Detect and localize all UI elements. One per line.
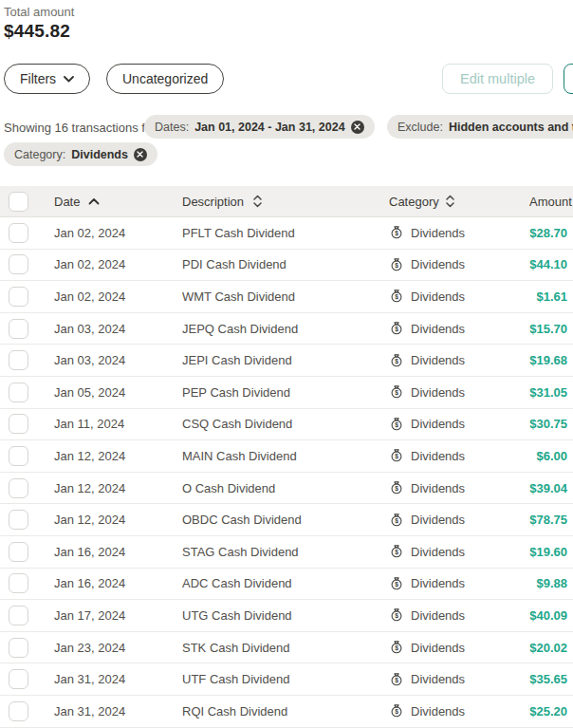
clipped-edge-button[interactable]: [564, 64, 573, 94]
transaction-date: Jan 23, 2024: [54, 641, 125, 655]
row-checkbox[interactable]: [9, 542, 28, 562]
transaction-description[interactable]: PFLT Cash Dividend: [182, 226, 295, 240]
transaction-row[interactable]: Jan 03, 2024 JEPQ Cash Dividend $ Divide…: [0, 313, 573, 345]
transaction-row[interactable]: Jan 12, 2024 MAIN Cash Dividend $ Divide…: [0, 440, 573, 473]
column-header-description[interactable]: Description: [182, 195, 244, 209]
transaction-category[interactable]: Dividends: [411, 672, 465, 686]
transaction-row[interactable]: Jan 03, 2024 JEPI Cash Dividend $ Divide…: [0, 345, 573, 377]
transaction-row[interactable]: Jan 31, 2024 UTF Cash Dividend $ Dividen…: [0, 663, 573, 696]
transaction-row[interactable]: Jan 02, 2024 PFLT Cash Dividend $ Divide…: [0, 217, 573, 250]
edit-multiple-button[interactable]: Edit multiple: [442, 64, 553, 94]
transaction-amount: $25.20: [529, 704, 567, 719]
filter-chip-category[interactable]: Category: Dividends: [4, 142, 157, 166]
transaction-description[interactable]: UTF Cash Dividend: [182, 672, 289, 686]
close-icon[interactable]: [351, 121, 364, 134]
transaction-date: Jan 12, 2024: [54, 481, 125, 495]
transaction-category[interactable]: Dividends: [411, 385, 465, 400]
row-checkbox[interactable]: [9, 223, 28, 243]
row-checkbox[interactable]: [9, 287, 28, 307]
transaction-date: Jan 11, 2024: [54, 417, 124, 431]
column-header-date[interactable]: Date: [54, 195, 80, 209]
transaction-category[interactable]: Dividends: [411, 545, 465, 559]
filter-chip-dates[interactable]: Dates: Jan 01, 2024 - Jan 31, 2024: [144, 115, 375, 139]
money-bag-icon: $: [389, 513, 404, 528]
column-header-category[interactable]: Category: [389, 195, 439, 209]
transaction-description[interactable]: MAIN Cash Dividend: [182, 449, 297, 463]
transaction-amount: $6.00: [536, 449, 567, 463]
transactions-page: Total amount $445.82 Filters Uncategoriz…: [0, 0, 573, 728]
filter-chip-exclude[interactable]: Exclude: Hidden accounts and ta: [387, 115, 573, 139]
transaction-category[interactable]: Dividends: [411, 289, 465, 304]
transaction-date: Jan 31, 2024: [54, 704, 125, 719]
sort-both-icon[interactable]: [253, 195, 262, 208]
transaction-category[interactable]: Dividends: [411, 608, 465, 623]
transaction-row[interactable]: Jan 12, 2024 OBDC Cash Dividend $ Divide…: [0, 504, 573, 536]
transaction-row[interactable]: Jan 23, 2024 STK Cash Dividend $ Dividen…: [0, 632, 573, 664]
transaction-description[interactable]: CSQ Cash Dividend: [182, 417, 292, 431]
transaction-description[interactable]: JEPI Cash Dividend: [182, 353, 292, 367]
row-checkbox[interactable]: [9, 254, 28, 274]
transaction-row[interactable]: Jan 31, 2024 RQI Cash Dividend $ Dividen…: [0, 696, 573, 728]
row-checkbox[interactable]: [9, 446, 28, 466]
table-body: Jan 02, 2024 PFLT Cash Dividend $ Divide…: [0, 217, 573, 728]
transaction-category[interactable]: Dividends: [411, 641, 465, 655]
sort-both-icon[interactable]: [446, 195, 454, 208]
row-checkbox[interactable]: [9, 478, 28, 498]
svg-text:$: $: [395, 326, 398, 333]
transaction-category[interactable]: Dividends: [411, 576, 465, 590]
transaction-category[interactable]: Dividends: [411, 481, 465, 495]
transaction-category[interactable]: Dividends: [411, 417, 465, 431]
transaction-description[interactable]: WMT Cash Dividend: [182, 289, 295, 304]
transaction-description[interactable]: O Cash Dividend: [182, 481, 275, 495]
transaction-date: Jan 03, 2024: [54, 353, 125, 367]
transaction-category[interactable]: Dividends: [411, 449, 465, 463]
transaction-row[interactable]: Jan 12, 2024 O Cash Dividend $ Dividends…: [0, 473, 573, 505]
money-bag-icon: $: [389, 607, 404, 623]
transaction-category[interactable]: Dividends: [411, 353, 465, 367]
transaction-row[interactable]: Jan 16, 2024 ADC Cash Dividend $ Dividen…: [0, 569, 573, 601]
transaction-description[interactable]: STK Cash Dividend: [182, 641, 289, 655]
transaction-description[interactable]: PEP Cash Dividend: [182, 385, 290, 400]
transaction-description[interactable]: STAG Cash Dividend: [182, 545, 299, 559]
transaction-row[interactable]: Jan 02, 2024 PDI Cash Dividend $ Dividen…: [0, 250, 573, 282]
svg-text:$: $: [395, 517, 398, 525]
row-checkbox[interactable]: [9, 350, 28, 370]
transaction-amount: $15.70: [529, 322, 567, 336]
transaction-category[interactable]: Dividends: [411, 704, 465, 719]
transaction-row[interactable]: Jan 02, 2024 WMT Cash Dividend $ Dividen…: [0, 281, 573, 313]
row-checkbox[interactable]: [9, 319, 28, 339]
row-checkbox[interactable]: [9, 383, 28, 402]
row-checkbox[interactable]: [9, 638, 28, 658]
row-checkbox[interactable]: [9, 414, 28, 434]
transaction-category[interactable]: Dividends: [411, 257, 465, 271]
money-bag-icon: $: [389, 225, 404, 240]
transaction-description[interactable]: PDI Cash Dividend: [182, 257, 286, 271]
transaction-category[interactable]: Dividends: [411, 226, 465, 240]
transaction-row[interactable]: Jan 05, 2024 PEP Cash Dividend $ Dividen…: [0, 377, 573, 409]
close-icon[interactable]: [134, 148, 147, 161]
transaction-description[interactable]: UTG Cash Dividend: [182, 608, 292, 623]
transaction-description[interactable]: OBDC Cash Dividend: [182, 513, 302, 527]
transaction-row[interactable]: Jan 17, 2024 UTG Cash Dividend $ Dividen…: [0, 600, 573, 632]
transaction-description[interactable]: ADC Cash Dividend: [182, 576, 292, 590]
transaction-row[interactable]: Jan 11, 2024 CSQ Cash Dividend $ Dividen…: [0, 409, 573, 441]
select-all-checkbox[interactable]: [9, 192, 28, 212]
svg-text:$: $: [395, 708, 398, 716]
money-bag-icon: $: [389, 480, 404, 495]
filters-button[interactable]: Filters: [4, 64, 90, 94]
uncategorized-filter-button[interactable]: Uncategorized: [106, 64, 224, 94]
money-bag-icon: $: [389, 576, 404, 591]
column-header-amount[interactable]: Amount: [529, 195, 572, 209]
row-checkbox[interactable]: [9, 606, 28, 625]
transaction-description[interactable]: RQI Cash Dividend: [182, 704, 287, 719]
row-checkbox[interactable]: [9, 669, 28, 689]
row-checkbox[interactable]: [9, 573, 28, 593]
transaction-row[interactable]: Jan 16, 2024 STAG Cash Dividend $ Divide…: [0, 536, 573, 569]
transaction-category[interactable]: Dividends: [411, 513, 465, 527]
row-checkbox[interactable]: [9, 510, 28, 530]
sort-ascending-icon[interactable]: [88, 197, 100, 205]
row-checkbox[interactable]: [9, 701, 28, 721]
transaction-description[interactable]: JEPQ Cash Dividend: [182, 322, 298, 336]
transaction-category[interactable]: Dividends: [411, 322, 465, 336]
transaction-date: Jan 05, 2024: [54, 385, 125, 400]
